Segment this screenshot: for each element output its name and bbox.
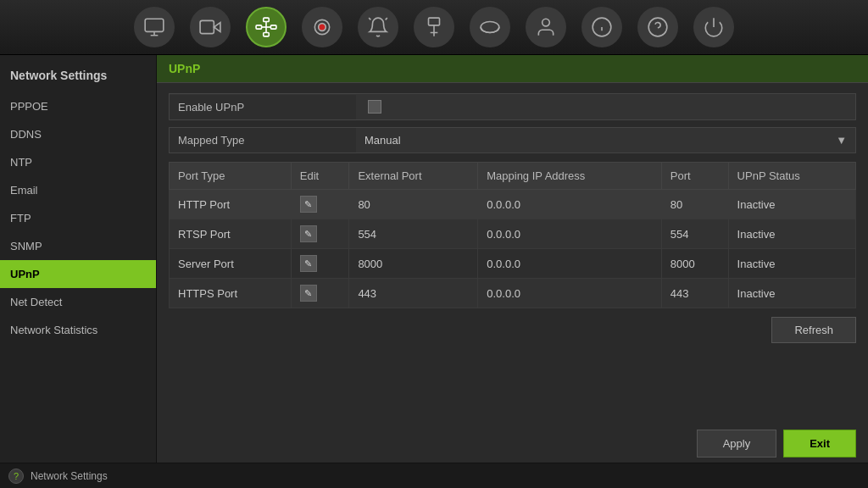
col-header-port-type: Port Type <box>170 163 292 190</box>
enable-upnp-checkbox[interactable] <box>368 100 381 114</box>
col-header-mapping-ip: Mapping IP Address <box>478 163 662 190</box>
toolbar <box>0 0 868 55</box>
exit-button[interactable]: Exit <box>783 430 856 458</box>
cell-port-type: RTSP Port <box>170 219 292 249</box>
mapped-type-label: Mapped Type <box>170 128 356 152</box>
content-inner: Enable UPnP Mapped Type Manual ▼ Port Ty… <box>157 83 868 488</box>
status-title: Network Settings <box>31 470 108 482</box>
sidebar: Network Settings PPPOE DDNS NTP Email FT… <box>0 55 157 488</box>
sidebar-item-ntp[interactable]: NTP <box>0 148 156 176</box>
enable-upnp-label: Enable UPnP <box>170 95 356 119</box>
cell-status: Inactive <box>728 249 855 279</box>
cell-mapping-ip: 0.0.0.0 <box>478 190 662 219</box>
usb-icon[interactable] <box>414 7 454 47</box>
col-header-edit: Edit <box>291 163 349 190</box>
user-icon[interactable] <box>526 7 566 47</box>
camera-icon[interactable] <box>190 7 231 47</box>
main-container: Network Settings PPPOE DDNS NTP Email FT… <box>0 55 868 488</box>
cell-external-port: 443 <box>349 279 478 308</box>
sidebar-item-ftp[interactable]: FTP <box>0 204 156 232</box>
network-icon[interactable] <box>246 7 287 47</box>
svg-point-15 <box>542 19 550 26</box>
cell-external-port: 554 <box>349 219 478 249</box>
bottom-buttons: Apply Exit <box>697 430 856 458</box>
svg-rect-3 <box>264 33 270 36</box>
edit-icon[interactable]: ✎ <box>300 255 317 272</box>
cell-port: 443 <box>661 279 728 308</box>
cell-port: 8000 <box>661 249 728 279</box>
refresh-button[interactable]: Refresh <box>771 317 856 343</box>
mapped-type-arrow[interactable]: ▼ <box>827 128 855 152</box>
hdd-icon[interactable] <box>470 7 510 47</box>
cell-port-type: HTTPS Port <box>170 279 292 308</box>
cell-external-port: 80 <box>349 190 478 219</box>
svg-point-19 <box>648 18 667 36</box>
content-area: UPnP Enable UPnP Mapped Type Manual ▼ Po… <box>157 55 868 488</box>
sidebar-item-upnp[interactable]: UPnP <box>0 260 156 288</box>
cell-edit[interactable]: ✎ <box>291 190 349 219</box>
cell-edit[interactable]: ✎ <box>291 249 349 279</box>
sidebar-item-snmp[interactable]: SNMP <box>0 232 156 260</box>
cell-status: Inactive <box>728 219 855 249</box>
cell-status: Inactive <box>728 190 855 219</box>
cell-external-port: 8000 <box>349 249 478 279</box>
svg-rect-1 <box>200 20 214 33</box>
enable-upnp-value <box>356 94 855 119</box>
sidebar-title: Network Settings <box>0 62 156 92</box>
svg-rect-2 <box>264 18 270 21</box>
cell-mapping-ip: 0.0.0.0 <box>478 279 662 308</box>
mapped-type-value[interactable]: Manual <box>356 128 827 152</box>
sidebar-item-ddns[interactable]: DDNS <box>0 120 156 148</box>
record-icon[interactable] <box>302 7 342 47</box>
svg-rect-0 <box>145 19 164 31</box>
svg-rect-4 <box>256 25 262 29</box>
port-table: Port Type Edit External Port Mapping IP … <box>169 162 856 308</box>
help-icon[interactable] <box>637 7 678 47</box>
cell-port-type: Server Port <box>170 249 292 279</box>
cell-edit[interactable]: ✎ <box>291 279 349 308</box>
monitor-icon[interactable] <box>134 7 175 47</box>
power-icon[interactable] <box>693 7 734 47</box>
table-row[interactable]: HTTP Port✎800.0.0.080Inactive <box>170 190 856 219</box>
refresh-btn-container: Refresh <box>169 317 856 343</box>
apply-button[interactable]: Apply <box>697 430 777 458</box>
table-row[interactable]: Server Port✎80000.0.0.08000Inactive <box>170 249 856 279</box>
svg-line-12 <box>386 18 387 19</box>
alarm-icon[interactable] <box>358 7 398 47</box>
info-icon[interactable] <box>581 7 622 47</box>
col-header-port: Port <box>661 163 728 190</box>
cell-port: 80 <box>661 190 728 219</box>
sidebar-item-network-statistics[interactable]: Network Statistics <box>0 316 156 344</box>
table-row[interactable]: HTTPS Port✎4430.0.0.0443Inactive <box>170 279 856 308</box>
status-bar: ? Network Settings <box>0 463 868 488</box>
cell-port: 554 <box>661 219 728 249</box>
sidebar-item-email[interactable]: Email <box>0 176 156 204</box>
svg-rect-5 <box>270 25 276 29</box>
content-title: UPnP <box>157 55 868 83</box>
enable-upnp-row: Enable UPnP <box>169 93 856 120</box>
sidebar-item-net-detect[interactable]: Net Detect <box>0 288 156 316</box>
edit-icon[interactable]: ✎ <box>300 196 317 213</box>
svg-point-10 <box>319 24 326 31</box>
status-icon: ? <box>8 469 24 484</box>
cell-mapping-ip: 0.0.0.0 <box>478 219 662 249</box>
edit-icon[interactable]: ✎ <box>300 285 317 302</box>
table-row[interactable]: RTSP Port✎5540.0.0.0554Inactive <box>170 219 856 249</box>
col-header-external-port: External Port <box>349 163 478 190</box>
cell-mapping-ip: 0.0.0.0 <box>478 249 662 279</box>
cell-status: Inactive <box>728 279 855 308</box>
edit-icon[interactable]: ✎ <box>300 225 317 242</box>
cell-port-type: HTTP Port <box>170 190 292 219</box>
svg-line-11 <box>369 18 370 19</box>
svg-rect-13 <box>429 18 440 25</box>
cell-edit[interactable]: ✎ <box>291 219 349 249</box>
mapped-type-row: Mapped Type Manual ▼ <box>169 127 856 153</box>
sidebar-item-pppoe[interactable]: PPPOE <box>0 92 156 120</box>
col-header-status: UPnP Status <box>728 163 855 190</box>
